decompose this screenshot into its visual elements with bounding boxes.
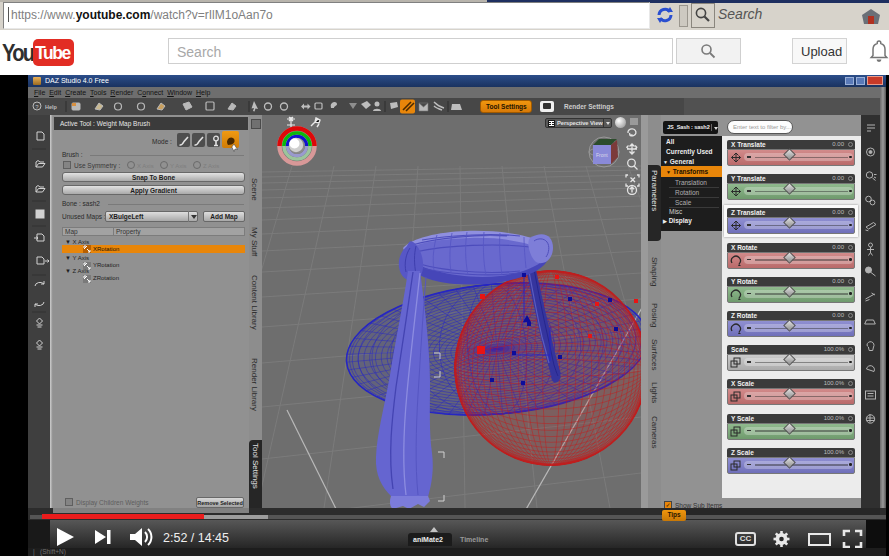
svg-text:?: ? [35, 104, 39, 110]
svg-text:Front: Front [596, 152, 608, 158]
svg-text:Help: Help [45, 104, 58, 110]
